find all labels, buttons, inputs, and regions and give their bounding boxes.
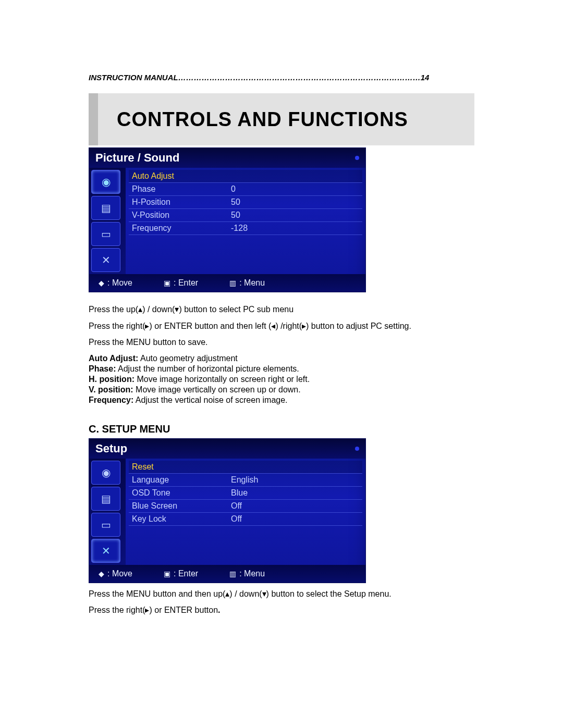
osd-footer: ◆: Move ▣: Enter ▥: Menu xyxy=(89,565,365,583)
section-banner: CONTROLS AND FUNCTIONS xyxy=(89,93,474,145)
definition-term: Phase: xyxy=(89,364,116,373)
osd-row[interactable]: Blue ScreenOff xyxy=(129,500,362,513)
osd-row-value: 50 xyxy=(231,198,359,207)
picture-icon[interactable]: ◉ xyxy=(91,170,120,194)
osd-table: ResetLanguageEnglishOSD ToneBlueBlue Scr… xyxy=(126,459,365,565)
display-icon[interactable]: ▭ xyxy=(91,222,120,246)
osd-footer: ◆: Move ▣: Enter ▥: Menu xyxy=(89,274,365,292)
definition-term: H. position: xyxy=(89,375,134,384)
footer-enter: ▣: Enter xyxy=(164,569,198,578)
settings-icon[interactable]: ✕ xyxy=(91,539,120,563)
banner-title: CONTROLS AND FUNCTIONS xyxy=(117,108,408,131)
osd-row-label: Blue Screen xyxy=(132,501,231,511)
osd-row[interactable]: Frequency-128 xyxy=(129,222,362,235)
osd-title-bar: Setup xyxy=(89,439,365,459)
video-icon[interactable]: ▤ xyxy=(91,487,120,511)
osd-row-label: Frequency xyxy=(132,224,231,233)
osd-row-label: H-Position xyxy=(132,198,231,207)
osd-row-label: Phase xyxy=(132,184,231,194)
osd-row-value: English xyxy=(231,475,359,485)
header-pagenum: 14 xyxy=(421,73,430,82)
definition-line: H. position: Move image horizontally on … xyxy=(89,374,474,385)
osd-row-label: Auto Adjust xyxy=(132,171,231,181)
osd-setup: Setup ◉ ▤ ▭ ✕ ResetLanguageEnglishOSD To… xyxy=(89,438,366,583)
instructions-2: Press the MENU button and then up(▴) / d… xyxy=(89,588,474,616)
osd-picture-sound: Picture / Sound ◉ ▤ ▭ ✕ Auto AdjustPhase… xyxy=(89,147,366,292)
header-label: INSTRUCTION MANUAL xyxy=(89,73,178,82)
settings-icon[interactable]: ✕ xyxy=(91,248,120,272)
osd-title-bar: Picture / Sound xyxy=(89,148,365,168)
osd-title-text: Setup xyxy=(95,442,127,455)
definition-term: Auto Adjust: xyxy=(89,354,138,363)
definition-desc: Auto geometry adjustment xyxy=(138,354,237,363)
footer-move: ◆: Move xyxy=(99,278,132,288)
updown-icon: ◆ xyxy=(99,279,104,287)
updown-icon: ◆ xyxy=(99,570,104,578)
definitions-list: Auto Adjust: Auto geometry adjustmentPha… xyxy=(89,353,474,405)
definition-desc: Move image vertically on screen up or do… xyxy=(133,385,301,394)
footer-menu: ▥: Menu xyxy=(229,278,265,288)
picture-icon[interactable]: ◉ xyxy=(91,461,120,485)
square-icon: ▣ xyxy=(164,570,170,578)
osd-row-value: 50 xyxy=(231,211,359,220)
footer-enter: ▣: Enter xyxy=(164,278,198,288)
footer-move: ◆: Move xyxy=(99,569,132,578)
osd-title-dot-icon xyxy=(355,447,359,451)
osd-sidebar: ◉ ▤ ▭ ✕ xyxy=(89,459,126,565)
osd-row-label: OSD Tone xyxy=(132,488,231,498)
square-icon: ▣ xyxy=(164,279,170,287)
osd-row-label: Language xyxy=(132,475,231,485)
osd-title-dot-icon xyxy=(355,156,359,160)
instr-line: Press the MENU button to save. xyxy=(89,337,474,348)
definition-term: Frequency: xyxy=(89,396,133,404)
definition-desc: Move image horizontally on screen right … xyxy=(134,375,310,384)
menu-icon: ▥ xyxy=(229,570,236,578)
footer-menu: ▥: Menu xyxy=(229,569,265,578)
instr-line: Press the MENU button and then up(▴) / d… xyxy=(89,588,474,600)
instr-line: Press the up(▴) / down(▾) button to sele… xyxy=(89,304,474,315)
osd-row-value: Blue xyxy=(231,488,359,498)
osd-row-label: V-Position xyxy=(132,211,231,220)
osd-row-label: Reset xyxy=(132,462,231,472)
osd-sidebar: ◉ ▤ ▭ ✕ xyxy=(89,168,126,274)
instr-line: Press the right(▸) or ENTER button. xyxy=(89,604,474,616)
osd-row[interactable]: LanguageEnglish xyxy=(129,474,362,487)
page-header: INSTRUCTION MANUAL…………………………………………………………… xyxy=(89,73,474,82)
menu-icon: ▥ xyxy=(229,279,236,287)
osd-row-value: Off xyxy=(231,501,359,511)
osd-row[interactable]: Phase0 xyxy=(129,183,362,196)
osd-row-value: Off xyxy=(231,514,359,524)
osd-row-value xyxy=(231,171,359,181)
osd-table: Auto AdjustPhase0H-Position50V-Position5… xyxy=(126,168,365,274)
osd-row-value xyxy=(231,462,359,472)
osd-row-value: -128 xyxy=(231,224,359,233)
header-dots: ………………………………………………………………………………… xyxy=(178,73,421,82)
osd-title-text: Picture / Sound xyxy=(95,151,179,165)
definition-line: Auto Adjust: Auto geometry adjustment xyxy=(89,353,474,364)
osd-row-label: Key Lock xyxy=(132,514,231,524)
definition-desc: Adjust the number of horizontal picture … xyxy=(116,364,299,373)
section-heading-c: C. SETUP MENU xyxy=(89,423,474,435)
osd-row[interactable]: V-Position50 xyxy=(129,209,362,222)
instructions-1: Press the up(▴) / down(▾) button to sele… xyxy=(89,304,474,405)
banner-stripe xyxy=(89,93,98,145)
osd-row[interactable]: H-Position50 xyxy=(129,196,362,209)
definition-term: V. position: xyxy=(89,385,133,394)
definition-desc: Adjust the vertical noise of screen imag… xyxy=(133,396,287,404)
definition-line: Phase: Adjust the number of horizontal p… xyxy=(89,364,474,374)
instr-line: Press the right(▸) or ENTER button and t… xyxy=(89,320,474,332)
definition-line: Frequency: Adjust the vertical noise of … xyxy=(89,395,474,405)
definition-line: V. position: Move image vertically on sc… xyxy=(89,385,474,395)
osd-row[interactable]: Auto Adjust xyxy=(129,170,362,183)
display-icon[interactable]: ▭ xyxy=(91,513,120,537)
osd-row-value: 0 xyxy=(231,184,359,194)
osd-row[interactable]: Reset xyxy=(129,461,362,474)
osd-row[interactable]: Key LockOff xyxy=(129,513,362,526)
video-icon[interactable]: ▤ xyxy=(91,196,120,220)
osd-row[interactable]: OSD ToneBlue xyxy=(129,487,362,500)
